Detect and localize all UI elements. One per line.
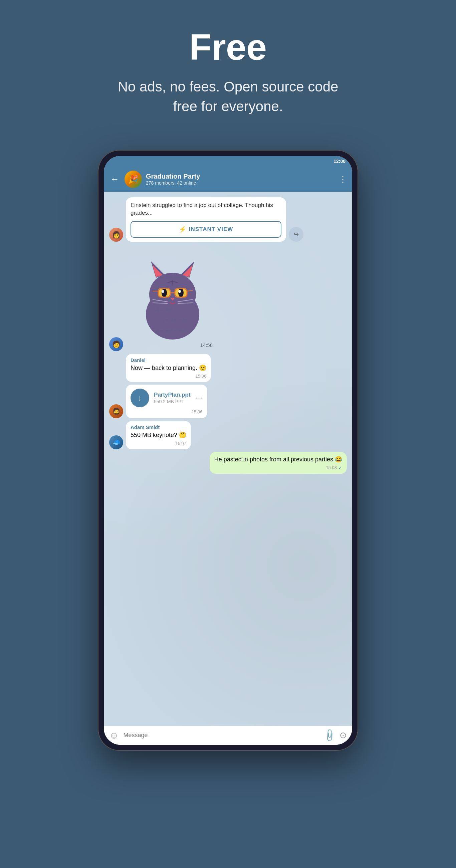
chat-header: ← 🎉 Graduation Party 278 members, 42 onl… xyxy=(104,166,352,192)
status-time: 12:00 xyxy=(333,159,345,164)
table-row: Daniel Now — back to planning. 😉 15:06 xyxy=(109,354,347,382)
avatar: 🧔 xyxy=(109,404,123,418)
message-sender: Daniel xyxy=(130,357,206,363)
page-title: Free xyxy=(111,27,345,67)
message-text: 550 MB keynote? 🤔 xyxy=(130,431,186,439)
chat-name: Graduation Party xyxy=(146,173,335,180)
forward-icon: ↪ xyxy=(294,231,299,238)
article-text: Einstein struggled to find a job out of … xyxy=(130,201,281,217)
phone-outer: 12:00 ← 🎉 Graduation Party 278 members, … xyxy=(98,150,358,751)
message-input[interactable] xyxy=(123,732,320,739)
file-time: 15:06 xyxy=(130,409,203,414)
table-row: He pasted in photos from all previous pa… xyxy=(109,452,347,474)
message-text: Now — back to planning. 😉 xyxy=(130,364,206,372)
message-bubble: Adam Smidt 550 MB keynote? 🤔 15:07 xyxy=(126,421,191,449)
file-name: PartyPlan.ppt xyxy=(154,392,191,398)
lightning-icon: ⚡ xyxy=(179,226,186,233)
table-row: 🧔 ↓ PartyPlan.ppt 550.2 MB PPT ⋯ xyxy=(109,384,347,418)
instant-view-button[interactable]: ⚡ INSTANT VIEW xyxy=(130,221,281,238)
status-bar: 12:00 xyxy=(104,156,352,166)
forward-button[interactable]: ↪ xyxy=(289,227,303,242)
phone-inner: 12:00 ← 🎉 Graduation Party 278 members, … xyxy=(104,156,352,745)
file-menu-button[interactable]: ⋯ xyxy=(195,394,203,402)
file-info: PartyPlan.ppt 550.2 MB PPT xyxy=(154,392,191,404)
more-button[interactable]: ⋮ xyxy=(339,175,347,184)
file-row: ↓ PartyPlan.ppt 550.2 MB PPT ⋯ xyxy=(130,389,203,407)
message-time: 15:06 xyxy=(130,374,206,379)
back-button[interactable]: ← xyxy=(109,173,121,186)
attach-button[interactable]: 📎 xyxy=(322,728,337,743)
table-row: 👩 Einstein struggled to find a job out o… xyxy=(109,197,347,242)
file-size: 550.2 MB PPT xyxy=(154,399,191,404)
message-time: 15:07 xyxy=(130,441,186,446)
chat-area: 👩 Einstein struggled to find a job out o… xyxy=(104,192,352,726)
table-row: 🧑 A = πr² θ V = l² h P = 2πr xyxy=(109,244,347,351)
avatar: 🧢 xyxy=(109,435,123,450)
read-checkmark: ✓ xyxy=(338,465,342,470)
sent-message-bubble: He pasted in photos from all previous pa… xyxy=(210,452,347,474)
avatar: 👩 xyxy=(109,228,123,242)
header-section: Free No ads, no fees. Open source code f… xyxy=(104,0,352,136)
article-bubble: Einstein struggled to find a job out of … xyxy=(126,197,286,242)
avatar: 🧑 xyxy=(109,337,123,351)
file-bubble: ↓ PartyPlan.ppt 550.2 MB PPT ⋯ 15:06 xyxy=(126,384,207,418)
camera-button[interactable]: ⊙ xyxy=(339,730,347,741)
sticker-container: A = πr² θ V = l² h P = 2πr A = πr² s = √… xyxy=(126,244,219,351)
sent-message-text: He pasted in photos from all previous pa… xyxy=(214,455,342,464)
chat-info: Graduation Party 278 members, 42 online xyxy=(146,173,335,186)
download-icon: ↓ xyxy=(138,393,142,403)
chat-avatar: 🎉 xyxy=(124,170,142,188)
download-button[interactable]: ↓ xyxy=(130,389,149,407)
instant-view-label: INSTANT VIEW xyxy=(189,226,233,233)
chat-members: 278 members, 42 online xyxy=(146,180,335,186)
emoji-button[interactable]: ☺ xyxy=(109,730,119,741)
table-row: 🧢 Adam Smidt 550 MB keynote? 🤔 15:07 xyxy=(109,421,347,449)
sent-message-time: 15:08 ✓ xyxy=(214,465,342,470)
message-sender: Adam Smidt xyxy=(130,424,186,430)
page-subtitle: No ads, no fees. Open source code free f… xyxy=(111,77,345,117)
sticker-time: 14:58 xyxy=(200,342,213,348)
math-background: A = πr² θ V = l² h P = 2πr A = πr² s = √… xyxy=(126,251,219,358)
phone-mockup: 12:00 ← 🎉 Graduation Party 278 members, … xyxy=(98,150,358,751)
message-bubble: Daniel Now — back to planning. 😉 15:06 xyxy=(126,354,211,382)
message-input-bar: ☺ 📎 ⊙ xyxy=(104,726,352,745)
